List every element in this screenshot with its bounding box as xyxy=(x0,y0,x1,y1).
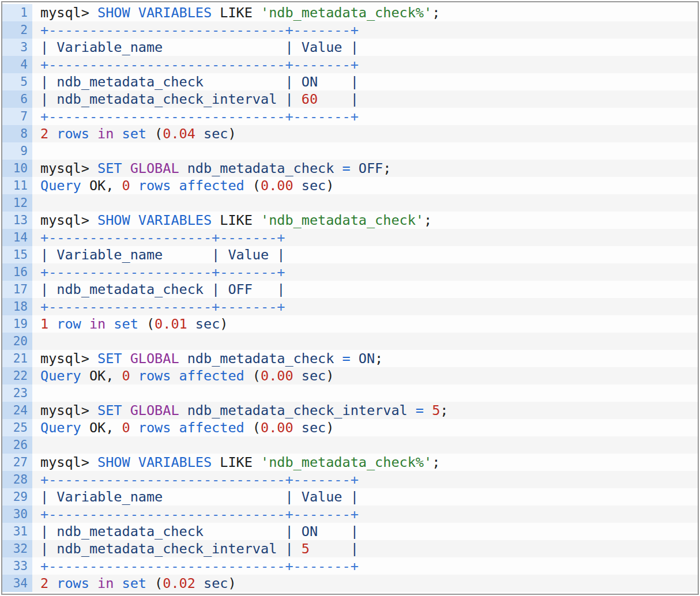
token-plain: mysql> xyxy=(40,5,97,21)
code-line: 6| ndb_metadata_check_interval | 60 | xyxy=(2,90,698,108)
token-plain: mysql> xyxy=(40,454,97,470)
token-id: | ndb_metadata_check | OFF | xyxy=(40,281,285,297)
token-op: GLOBAL xyxy=(130,402,187,418)
token-plain xyxy=(293,420,302,436)
line-number: 9 xyxy=(2,142,32,160)
line-number: 10 xyxy=(2,160,32,177)
token-id: | xyxy=(318,91,359,107)
code-line: 23 xyxy=(2,384,698,402)
token-num: 2 xyxy=(40,126,57,142)
token-id: sec xyxy=(195,316,220,332)
code-line: 16+--------------------+-------+ xyxy=(2,263,698,281)
code-text xyxy=(32,194,698,212)
code-text: +--------------------+-------+ xyxy=(32,298,698,315)
token-kw: row xyxy=(57,316,89,332)
line-number: 29 xyxy=(2,488,32,506)
token-op: GLOBAL xyxy=(130,160,187,176)
token-plain: OK, xyxy=(89,420,122,436)
token-op: GLOBAL xyxy=(130,350,187,367)
code-line: 342 rows in set (0.02 sec) xyxy=(2,575,698,592)
code-line: 5| ndb_metadata_check | ON | xyxy=(2,73,698,90)
token-plain: ) xyxy=(326,178,334,194)
token-plain: ; xyxy=(424,212,432,228)
token-id: sec xyxy=(204,575,228,591)
token-kw: rows affected xyxy=(138,178,253,194)
line-number: 26 xyxy=(2,436,32,454)
line-number: 33 xyxy=(2,557,32,575)
token-id: sec xyxy=(302,420,326,436)
code-text: +-----------------------------+-------+ xyxy=(32,557,698,575)
token-kw: rows xyxy=(57,126,97,142)
code-line: 82 rows in set (0.04 sec) xyxy=(2,125,698,142)
code-text: +-----------------------------+-------+ xyxy=(32,506,698,523)
token-id: | Variable_name | Value | xyxy=(40,247,285,263)
code-text: Query OK, 0 rows affected (0.00 sec) xyxy=(32,367,698,384)
code-text xyxy=(32,333,698,350)
code-text: 2 rows in set (0.02 sec) xyxy=(32,575,698,592)
code-line: 13mysql> SHOW VARIABLES LIKE 'ndb_metada… xyxy=(2,212,698,229)
code-text: | Variable_name | Value | xyxy=(32,246,698,263)
code-text: +--------------------+-------+ xyxy=(32,263,698,281)
token-kw: set xyxy=(122,126,155,142)
code-text: | ndb_metadata_check | OFF | xyxy=(32,281,698,298)
token-id: | Variable_name | Value | xyxy=(40,39,359,55)
line-number: 22 xyxy=(2,367,32,384)
token-kw: SET xyxy=(97,350,130,367)
token-plain: ; xyxy=(375,350,383,367)
token-kw: SET xyxy=(97,402,130,418)
token-op: in xyxy=(97,575,122,591)
code-line: 32| ndb_metadata_check_interval | 5 | xyxy=(2,540,698,557)
line-number: 4 xyxy=(2,56,32,73)
token-tbl: +--------------------+-------+ xyxy=(40,264,285,280)
token-num: 1 xyxy=(40,316,57,332)
token-kw: SET xyxy=(97,160,130,176)
line-number: 24 xyxy=(2,402,32,419)
line-number: 16 xyxy=(2,263,32,281)
token-kw: set xyxy=(114,316,146,332)
token-id: sec xyxy=(302,368,326,384)
token-plain: OK, xyxy=(89,178,122,194)
token-kw: Query xyxy=(40,420,89,436)
code-text: | ndb_metadata_check | ON | xyxy=(32,73,698,90)
token-plain: LIKE xyxy=(220,5,261,21)
token-plain: ( xyxy=(155,126,163,142)
line-number: 27 xyxy=(2,454,32,471)
token-kw: = xyxy=(343,160,359,176)
code-block: 1mysql> SHOW VARIABLES LIKE 'ndb_metadat… xyxy=(1,1,699,595)
token-op: in xyxy=(89,316,114,332)
code-line: 30+-----------------------------+-------… xyxy=(2,506,698,523)
code-text: | ndb_metadata_check_interval | 60 | xyxy=(32,90,698,108)
code-text: | Variable_name | Value | xyxy=(32,488,698,506)
token-id: | ndb_metadata_check_interval | xyxy=(40,541,302,557)
token-tbl: +-----------------------------+-------+ xyxy=(40,22,359,38)
line-number: 25 xyxy=(2,419,32,436)
code-line: 4+-----------------------------+-------+ xyxy=(2,56,698,73)
token-id: ndb_metadata_check_interval xyxy=(187,402,416,418)
token-plain: ; xyxy=(383,160,391,176)
token-plain: ) xyxy=(220,316,228,332)
token-id: sec xyxy=(302,178,326,194)
token-plain: ( xyxy=(146,316,155,332)
line-number: 31 xyxy=(2,523,32,540)
token-plain xyxy=(195,126,204,142)
code-line: 11Query OK, 0 rows affected (0.00 sec) xyxy=(2,177,698,194)
code-line: 22Query OK, 0 rows affected (0.00 sec) xyxy=(2,367,698,384)
code-text: | ndb_metadata_check | ON | xyxy=(32,523,698,540)
code-line: 15| Variable_name | Value | xyxy=(2,246,698,263)
code-text: +-----------------------------+-------+ xyxy=(32,471,698,488)
token-tbl: +--------------------+-------+ xyxy=(40,299,285,315)
token-plain: ( xyxy=(253,368,261,384)
token-plain xyxy=(293,368,302,384)
code-line: 28+-----------------------------+-------… xyxy=(2,471,698,488)
token-kw: SHOW VARIABLES xyxy=(97,454,220,470)
token-plain: mysql> xyxy=(40,402,97,418)
code-text xyxy=(32,436,698,454)
token-plain: ) xyxy=(228,575,236,591)
code-line: 2+-----------------------------+-------+ xyxy=(2,21,698,39)
code-text: +--------------------+-------+ xyxy=(32,229,698,246)
code-line: 14+--------------------+-------+ xyxy=(2,229,698,246)
token-id: | ndb_metadata_check | ON | xyxy=(40,523,359,540)
line-number: 17 xyxy=(2,281,32,298)
token-kw: rows affected xyxy=(138,420,253,436)
token-tbl: +-----------------------------+-------+ xyxy=(40,56,359,73)
